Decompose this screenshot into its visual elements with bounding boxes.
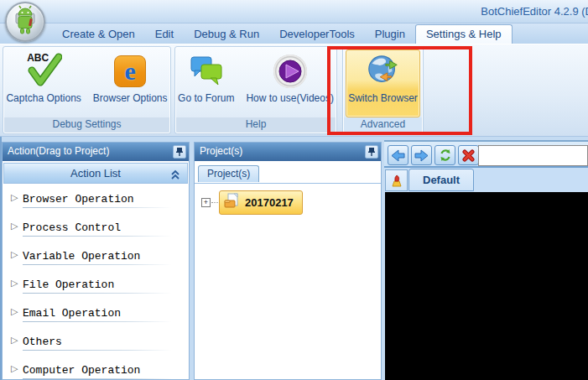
video-play-icon [272,52,309,91]
globe-switch-icon [365,52,402,91]
action-item-label: File Operation [23,278,114,291]
tab-settings-help[interactable]: Settings & Help [415,24,513,44]
expander-triangle-icon[interactable]: ▷ [11,306,18,317]
abc-label: ABC [27,52,49,64]
expander-triangle-icon[interactable]: ▷ [11,278,18,289]
action-list-header-label: Action List [70,167,121,180]
forward-button[interactable] [411,145,432,165]
ie-browser-icon: e [112,52,148,91]
how-to-use-label: How to use(Videos) [246,92,334,104]
action-item-others[interactable]: ▷ Others [3,327,189,356]
group-label-debug-settings: Debug Settings [4,117,169,133]
ribbon-group-help: Go to Forum How to [174,46,337,134]
tab-debug-run[interactable]: Debug & Run [184,25,269,44]
collapse-chevron-icon[interactable] [170,167,180,186]
close-x-icon [462,149,475,162]
refresh-button[interactable] [434,145,455,165]
action-item-browser-operation[interactable]: ▷ Browser Operation [3,185,189,213]
action-item-label: Browser Operation [23,193,134,206]
forward-arrow-icon [414,149,429,162]
tree-connector [211,202,218,203]
window-title: BotChiefEditor 4.2.9 (D [481,5,588,18]
captcha-options-button[interactable]: ABC Captcha Options [1,50,86,117]
pin-button[interactable] [365,145,378,159]
tree-expand-button[interactable]: + [201,198,211,207]
action-item-label: Process Control [23,221,121,234]
clean-brush-icon [390,174,403,187]
item-divider [23,264,172,265]
clean-tab-button[interactable] [385,169,408,191]
ribbon-group-debug-settings: ABC Captcha Options e Browser Options D [3,46,171,134]
action-panel-titlebar: Action(Drag to Project) [3,143,189,161]
group-label-advanced: Advanced [344,117,422,133]
back-button[interactable] [388,145,408,165]
project-panel-titlebar: Project(s) [195,143,381,161]
action-item-file-operation[interactable]: ▷ File Operation [3,270,189,299]
browser-viewport[interactable] [385,192,588,380]
expander-triangle-icon[interactable]: ▷ [11,363,18,374]
stop-close-button[interactable] [458,145,479,165]
refresh-icon [439,148,452,162]
project-panel-title: Project(s) [200,145,242,157]
how-to-use-button[interactable]: How to use(Videos) [241,50,339,117]
expander-triangle-icon[interactable]: ▷ [11,221,18,232]
browser-tab-row: Default [384,168,588,192]
captcha-options-label: Captcha Options [6,92,81,104]
pin-icon [175,147,184,157]
browser-nav-toolbar [384,140,588,168]
action-item-label: Computer Operation [23,364,140,377]
title-bar: BotChiefEditor 4.2.9 (D [0,0,588,23]
tab-projects[interactable]: Project(s) [198,165,259,182]
group-label-help: Help [176,117,336,133]
action-item-variable-operation[interactable]: ▷ Variable Operation [3,242,189,270]
app-menu-orb[interactable] [5,2,45,42]
project-file-icon [223,193,240,212]
action-panel: Action(Drag to Project) Action List ▷ [2,142,190,380]
action-item-computer-operation[interactable]: ▷ Computer Operation [3,356,189,379]
switch-browser-label: Switch Browser [348,92,418,104]
project-tree-row: + 20170217 [201,190,381,215]
ribbon-group-advanced: Switch Browser Advanced [342,46,424,134]
action-list: ▷ Browser Operation ▷ Process Control ▷ … [3,185,189,379]
action-item-label: Email Operation [23,307,121,320]
expander-triangle-icon[interactable]: ▷ [11,192,18,203]
app-window: BotChiefEditor 4.2.9 (D Create [0,0,588,380]
tab-create-open[interactable]: Create & Open [52,25,145,44]
project-tree-item-label: 20170217 [245,196,294,209]
action-item-label: Others [23,336,62,348]
item-divider [23,236,172,237]
action-list-header[interactable]: Action List [3,163,188,184]
item-divider [23,293,172,294]
ie-letter: e [125,59,136,84]
item-divider [23,350,172,351]
captcha-check-icon: ABC [25,52,62,91]
browser-options-button[interactable]: e Browser Options [88,50,173,117]
tab-edit[interactable]: Edit [145,25,184,44]
url-input[interactable] [478,145,588,166]
action-panel-title: Action(Drag to Project) [8,145,109,157]
back-arrow-icon [391,149,405,162]
tab-default[interactable]: Default [408,169,474,191]
item-divider [23,207,172,208]
item-divider [23,321,172,322]
browser-options-label: Browser Options [93,92,168,104]
project-panel: Project(s) Project(s) + [194,142,382,380]
ribbon-tab-bar: Create & Open Edit Debug & Run Developer… [0,23,588,44]
project-tab-row: Project(s) [195,164,381,184]
switch-browser-button[interactable]: Switch Browser [346,49,420,117]
pin-button[interactable] [173,145,186,159]
robot-logo-icon [11,5,39,39]
forum-chat-icon [188,52,225,91]
tab-plugin[interactable]: Plugin [365,25,415,44]
action-item-process-control[interactable]: ▷ Process Control [3,213,189,242]
pin-icon [367,147,376,157]
go-to-forum-button[interactable]: Go to Forum [173,50,239,117]
project-tree-item[interactable]: 20170217 [219,190,303,215]
go-to-forum-label: Go to Forum [178,92,234,104]
item-divider [23,378,172,379]
expander-triangle-icon[interactable]: ▷ [11,249,18,260]
action-item-email-operation[interactable]: ▷ Email Operation [3,299,189,327]
expander-triangle-icon[interactable]: ▷ [11,335,18,346]
action-item-label: Variable Operation [23,250,140,263]
tab-developer-tools[interactable]: DeveloperTools [269,25,365,44]
